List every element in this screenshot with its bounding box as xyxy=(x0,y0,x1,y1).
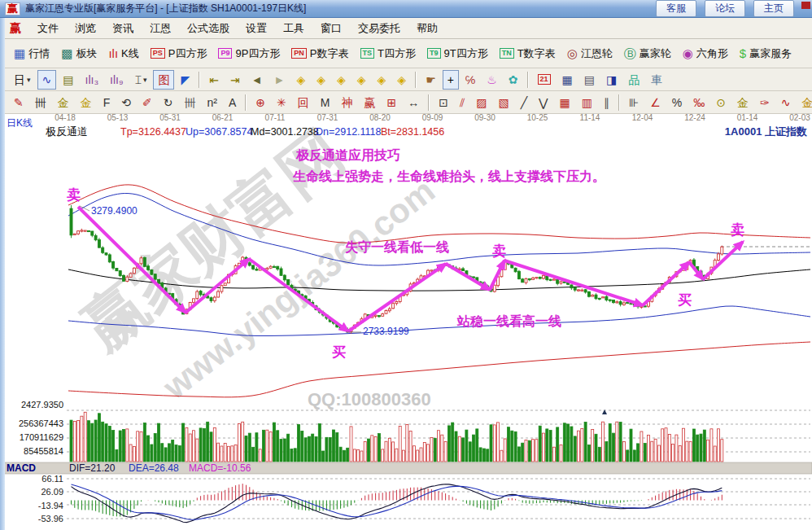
ray-box-icon[interactable]: ▧ xyxy=(493,93,513,112)
hrange-icon-glyph: ↔ xyxy=(408,97,419,108)
pattern-icon[interactable]: 图 xyxy=(153,70,174,90)
9t-square-button[interactable]: T99T四方形 xyxy=(422,44,493,64)
report-doc-icon[interactable]: ▤ xyxy=(58,70,78,90)
gold-levels-icon[interactable]: 金 xyxy=(732,93,753,112)
percent-icon[interactable]: % xyxy=(667,93,687,112)
menu-logo-icon: 赢 xyxy=(10,21,21,36)
wave2-icon[interactable]: ∿ xyxy=(776,93,796,112)
gann-fan-icon[interactable]: ⊕ xyxy=(251,93,270,112)
grid-bars-icon[interactable]: ▥ xyxy=(577,93,597,112)
network-icon[interactable]: 品 xyxy=(623,70,644,90)
grid-bars-icon-glyph: ▥ xyxy=(582,97,592,108)
rays-icon[interactable]: ⫽ xyxy=(455,93,469,112)
t-table-button[interactable]: TNT数字表 xyxy=(495,44,561,64)
kline-button[interactable]: ılıK线 xyxy=(103,44,143,64)
stat-bars-icon[interactable]: ⊪ xyxy=(624,93,644,112)
pen-tool-icon[interactable]: ✎ xyxy=(9,93,28,112)
menu-tools[interactable]: 工具 xyxy=(275,19,312,38)
hexagon-button[interactable]: ◉六角形 xyxy=(678,44,733,64)
hrange-icon[interactable]: ↔ xyxy=(403,93,424,112)
svg-text:1A0001 上证指数: 1A0001 上证指数 xyxy=(725,125,807,138)
nav-first-icon[interactable]: ⇤ xyxy=(204,70,224,90)
calculator-icon[interactable]: ▦ xyxy=(557,70,578,90)
square-spiral-icon[interactable]: 回 xyxy=(293,93,314,112)
spiral-icon[interactable]: ⟲ xyxy=(116,93,136,112)
zoom-fit-icon[interactable]: ◈ xyxy=(392,70,411,90)
gold-circle-icon[interactable]: ⊙ xyxy=(711,93,731,112)
zoom-hexpand-icon-glyph: ◈ xyxy=(337,74,346,85)
shade-box-icon[interactable]: ▨ xyxy=(471,93,491,112)
color-flag-icon[interactable]: ◤ xyxy=(176,70,194,90)
number-grid-icon[interactable]: ⊞ xyxy=(382,93,401,112)
calendar-icon[interactable]: 21 xyxy=(533,70,556,90)
zoom-left-icon[interactable]: ◈ xyxy=(291,70,310,90)
quotes-button[interactable]: ▦行情 xyxy=(9,44,55,64)
parallel-icon[interactable]: ∥ xyxy=(599,93,614,112)
vee-lines-icon[interactable]: ⋁ xyxy=(534,93,552,112)
service-button[interactable]: 客服 xyxy=(656,0,696,17)
n2-tool-icon[interactable]: n² xyxy=(203,93,222,112)
forum-button[interactable]: 论坛 xyxy=(705,0,745,17)
marker-tool-icon[interactable]: ♨ xyxy=(482,70,502,90)
starburst-icon[interactable]: ✳ xyxy=(272,93,291,112)
main-chart[interactable]: 赢家财富网www.yingjia360.comQQ:10080036004-18… xyxy=(0,114,812,530)
gold-ratio-icon[interactable]: 金 xyxy=(53,93,74,112)
pct-line-icon[interactable]: ∠ xyxy=(645,93,666,112)
9p-square-button[interactable]: P99P四方形 xyxy=(213,44,285,64)
t-square-button[interactable]: TST四方形 xyxy=(356,44,421,64)
wave-tool-icon[interactable]: ∿ xyxy=(37,70,57,90)
trend-line-icon[interactable]: ╱ xyxy=(516,93,532,112)
menu-window[interactable]: 窗口 xyxy=(312,19,350,38)
menu-help[interactable]: 帮助 xyxy=(408,19,446,38)
toolbar-drawing-tools: ✎卌金金F⟲✐↻卌n²A⊕✳回M神赢⊞↔⊡⫽▨▧╱⋁▦▥∥⊪∠%‰⊙金✑∿金⊿Ƒ… xyxy=(0,91,812,114)
menu-file[interactable]: 文件 xyxy=(29,19,67,38)
p-square-button[interactable]: PSP四方形 xyxy=(146,44,212,64)
home-button[interactable]: 主页 xyxy=(753,0,794,17)
fib-lines-icon[interactable]: F xyxy=(98,93,116,112)
permille-icon[interactable]: ‰ xyxy=(688,93,709,112)
nav-last-icon[interactable]: ⇥ xyxy=(225,70,245,90)
angle-tool-icon[interactable]: A xyxy=(224,93,241,112)
zoom-hshrink-icon[interactable]: ◈ xyxy=(352,70,371,90)
menu-browse[interactable]: 浏览 xyxy=(67,19,104,38)
nav-next-icon-glyph: ► xyxy=(274,74,286,85)
cycle-tool-icon[interactable]: ↻ xyxy=(159,93,178,112)
sectors-button[interactable]: ▩板块 xyxy=(56,44,102,64)
winner-service-button[interactable]: $赢家服务 xyxy=(735,44,797,64)
ying-tool-icon[interactable]: 赢 xyxy=(359,93,380,112)
menu-news[interactable]: 资讯 xyxy=(104,19,142,38)
measure-tool-icon[interactable]: ℅ xyxy=(461,70,480,90)
gann-wheel-button[interactable]: ◎江恩轮 xyxy=(562,44,618,64)
candle-style-icon[interactable]: ⌶▾ xyxy=(130,70,152,90)
brush-tool-icon[interactable]: ✐ xyxy=(138,93,157,112)
red-grid-icon[interactable]: ▦ xyxy=(555,93,575,112)
menu-trade[interactable]: 交易委托 xyxy=(350,19,408,38)
period-day-selector[interactable]: 日▾ xyxy=(9,70,36,90)
gold-ratio2-icon[interactable]: 金 xyxy=(76,93,97,112)
nav-next-icon[interactable]: ► xyxy=(269,70,290,90)
menu-gann[interactable]: 江恩 xyxy=(142,19,179,38)
wave-mark-icon[interactable]: M xyxy=(316,93,335,112)
gann-lines-icon[interactable]: 卌 xyxy=(30,93,51,112)
notes-icon[interactable]: ▤ xyxy=(579,70,600,90)
winner-wheel-button[interactable]: Ⓑ赢家轮 xyxy=(619,44,676,64)
menu-settings[interactable]: 设置 xyxy=(238,19,275,38)
save-icon[interactable]: ◨ xyxy=(601,70,622,90)
chart3-icon[interactable]: ılı₃ xyxy=(81,70,104,90)
flower-tool-icon[interactable]: ✿ xyxy=(504,70,523,90)
crosshair-tool-icon[interactable]: + xyxy=(443,70,459,90)
zoom-expand-icon[interactable]: ◈ xyxy=(373,70,391,90)
shen-tool-icon[interactable]: 神 xyxy=(336,93,357,112)
p-table-button[interactable]: PNP数字表 xyxy=(286,44,353,64)
menu-formula-stockpick[interactable]: 公式选股 xyxy=(179,19,238,38)
vehicle-icon[interactable]: 車 xyxy=(646,70,667,90)
gold-under-icon[interactable]: 金 xyxy=(797,93,812,112)
zoom-right-icon[interactable]: ◈ xyxy=(312,70,330,90)
nav-prev-icon[interactable]: ◄ xyxy=(247,70,268,90)
hand-tool-icon[interactable]: ☛ xyxy=(421,70,441,90)
ruler-lines-icon[interactable]: 卌 xyxy=(180,93,201,112)
chart9-icon[interactable]: ılı₉ xyxy=(105,70,128,90)
candle-pen-icon[interactable]: ✑ xyxy=(755,93,775,112)
frame-icon[interactable]: ⊡ xyxy=(434,93,453,112)
zoom-hexpand-icon[interactable]: ◈ xyxy=(332,70,351,90)
